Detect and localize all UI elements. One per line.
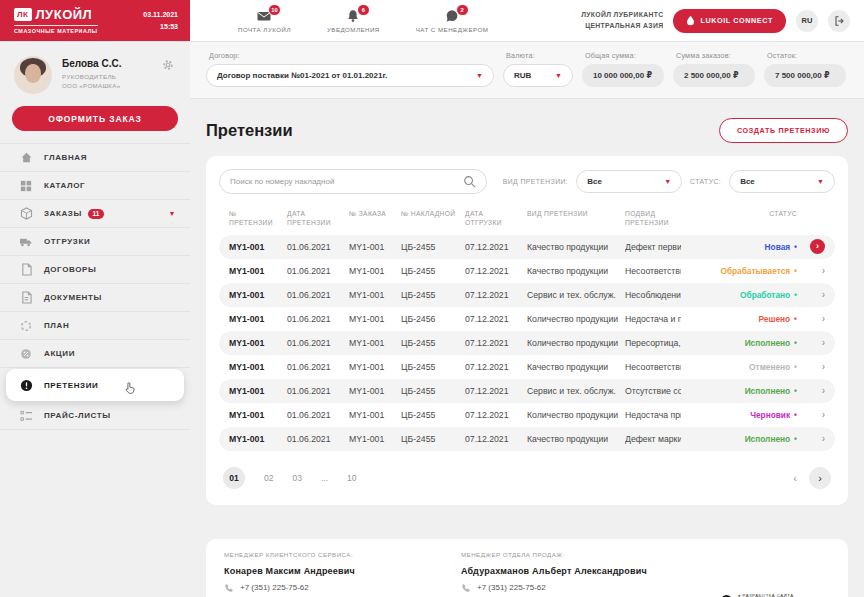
- logout-icon: [833, 15, 845, 27]
- page-button-3[interactable]: 03: [292, 473, 301, 483]
- page-button-1[interactable]: 01: [223, 467, 245, 489]
- brand-logo[interactable]: ЛК ЛУКОЙЛ СМАЗОЧНЫЕ МАТЕРИАЛЫ 03.11.2021…: [0, 0, 190, 41]
- table-row[interactable]: MY1-001 01.06.2021 MY1-001 ЦБ-2455 07.12…: [219, 283, 835, 307]
- sidebar-item-plan[interactable]: ПЛАН: [0, 312, 190, 340]
- table-row[interactable]: MY1-001 01.06.2021 MY1-001 ЦБ-2455 07.12…: [219, 331, 835, 355]
- developer-brand[interactable]: РАЗРАБОТКА САЙТА ЦИФРОВОЙ ЭЛЕМЕНТ: [721, 593, 830, 597]
- phone-icon: [461, 583, 471, 593]
- sidebar-item-catalog[interactable]: КАТАЛОГ: [0, 172, 190, 200]
- language-button[interactable]: RU: [796, 10, 818, 32]
- chevron-right-icon[interactable]: ›: [822, 434, 825, 444]
- cell-claim-type: Количество продукции: [527, 410, 619, 420]
- cell-order-number: MY1-001: [349, 434, 395, 444]
- currency-value: RUB: [514, 71, 531, 80]
- manager-sales-name: Абдурахманов Альберт Александрович: [461, 566, 830, 576]
- chevron-right-icon[interactable]: ›: [822, 410, 825, 420]
- currency-select[interactable]: RUB ▼: [503, 64, 573, 87]
- sidebar-item-orders[interactable]: ЗАКАЗЫ 11 ▼: [0, 200, 190, 228]
- claim-type-select[interactable]: Все ▼: [576, 170, 682, 193]
- chevron-right-icon[interactable]: ›: [822, 290, 825, 300]
- place-order-button[interactable]: ОФОРМИТЬ ЗАКАЗ: [12, 106, 178, 131]
- manager-sales-phone[interactable]: +7 (351) 225-75-62: [477, 583, 546, 592]
- contract-select[interactable]: Договор поставки №01-2021 от 01.01.2021г…: [206, 64, 494, 87]
- cell-invoice-number: ЦБ-2455: [401, 410, 459, 420]
- notifications-badge: 6: [357, 4, 370, 16]
- cell-claim-subtype: Несоответствие срока г...: [625, 362, 681, 372]
- chevron-right-icon[interactable]: ›: [822, 266, 825, 276]
- search-icon[interactable]: [463, 175, 476, 188]
- lukoil-logo: ЛК ЛУКОЙЛ СМАЗОЧНЫЕ МАТЕРИАЛЫ: [14, 7, 98, 34]
- user-company: ООО «РОМАШКА»: [62, 82, 121, 89]
- col-header: № ЗАКАЗА: [349, 209, 395, 218]
- create-claim-button[interactable]: СОЗДАТЬ ПРЕТЕНЗИЮ: [719, 118, 848, 143]
- settings-button[interactable]: [162, 57, 174, 75]
- sidebar-item-claims[interactable]: ПРЕТЕНЗИИ: [6, 369, 184, 401]
- cell-claim-subtype: Недостача при поставк...: [625, 410, 681, 420]
- status-badge: Решено•: [687, 314, 797, 324]
- chevron-right-icon[interactable]: ›: [822, 362, 825, 372]
- balance-group: Остаток: 7 500 000,00 ₽: [764, 51, 846, 98]
- table-row[interactable]: MY1-001 01.06.2021 MY1-001 ЦБ-2455 07.12…: [219, 235, 835, 259]
- search-input[interactable]: [230, 177, 463, 186]
- chevron-right-icon[interactable]: ›: [822, 386, 825, 396]
- claims-table: MY1-001 01.06.2021 MY1-001 ЦБ-2455 07.12…: [219, 235, 835, 451]
- cell-claim-number: MY1-001: [229, 362, 281, 372]
- cell-claim-date: 01.06.2021: [287, 266, 343, 276]
- nav-notifications-button[interactable]: 6 УВЕДОМЛЕНИЯ: [327, 9, 380, 33]
- manager-service-phone[interactable]: +7 (351) 225-75-62: [240, 583, 309, 592]
- mail-badge: 10: [268, 4, 281, 16]
- nav-chat-button[interactable]: 2 ЧАТ С МЕНЕДЖЕРОМ: [416, 9, 489, 33]
- status-filter-label: СТАТУС:: [690, 178, 721, 185]
- chevron-right-icon[interactable]: ›: [822, 338, 825, 348]
- company-line2: ЦЕНТРАЛЬНАЯ АЗИЯ: [581, 21, 663, 31]
- cell-ship-date: 07.12.2021: [465, 386, 521, 396]
- table-row[interactable]: MY1-001 01.06.2021 MY1-001 ЦБ-2455 07.12…: [219, 379, 835, 403]
- chat-badge: 2: [456, 4, 469, 16]
- cell-claim-number: MY1-001: [229, 266, 281, 276]
- sidebar-item-home[interactable]: ГЛАВНАЯ: [0, 144, 190, 172]
- cell-order-number: MY1-001: [349, 386, 395, 396]
- sidebar-item-contracts[interactable]: ДОГОВОРЫ: [0, 256, 190, 284]
- status-badge: Исполнено•: [687, 434, 797, 444]
- sidebar-item-label: АКЦИИ: [44, 349, 75, 358]
- currency-group: Валюта: RUB ▼: [503, 51, 573, 98]
- user-card: Белова С.С. РУКОВОДИТЕЛЬ ООО «РОМАШКА»: [0, 42, 190, 102]
- sidebar-menu: ГЛАВНАЯ КАТАЛОГ ЗАКАЗЫ 11 ▼ ОТГРУЗКИ ДОГ…: [0, 143, 190, 430]
- page-button-10[interactable]: 10: [347, 473, 356, 483]
- orders-sum-value: 2 500 000,00 ₽: [673, 64, 755, 87]
- status-select[interactable]: Все ▼: [729, 170, 835, 193]
- sidebar-item-shipments[interactable]: ОТГРУЗКИ: [0, 228, 190, 256]
- cell-claim-number: MY1-001: [229, 386, 281, 396]
- page-button-2[interactable]: 02: [264, 473, 273, 483]
- nav-mail-button[interactable]: 10 ПОЧТА ЛУКОЙЛ: [238, 9, 291, 33]
- cell-invoice-number: ЦБ-2455: [401, 290, 459, 300]
- cell-invoice-number: ЦБ-2455: [401, 266, 459, 276]
- cell-ship-date: 07.12.2021: [465, 314, 521, 324]
- chevron-down-icon[interactable]: ▼: [168, 210, 176, 217]
- chevron-down-icon: ▼: [476, 72, 483, 79]
- cell-claim-type: Количество продукции: [527, 314, 619, 324]
- table-row[interactable]: MY1-001 01.06.2021 MY1-001 ЦБ-2455 07.12…: [219, 355, 835, 379]
- sidebar-item-documents[interactable]: ДОКУМЕНТЫ: [0, 284, 190, 312]
- cell-claim-type: Качество продукции: [527, 242, 619, 252]
- cell-claim-number: MY1-001: [229, 290, 281, 300]
- open-claim-button[interactable]: ›: [810, 239, 825, 254]
- cell-ship-date: 07.12.2021: [465, 362, 521, 372]
- sidebar-item-pricelists[interactable]: ПРАЙС-ЛИСТЫ: [0, 402, 190, 430]
- sidebar-item-label: ДОКУМЕНТЫ: [44, 293, 102, 302]
- cell-order-number: MY1-001: [349, 314, 395, 324]
- logout-button[interactable]: [828, 10, 850, 32]
- total-group: Общая сумма: 10 000 000,00 ₽: [582, 51, 664, 98]
- prev-page-button[interactable]: ‹: [793, 472, 797, 484]
- table-row[interactable]: MY1-001 01.06.2021 MY1-001 ЦБ-2456 07.12…: [219, 307, 835, 331]
- sidebar-item-promos[interactable]: АКЦИИ: [0, 340, 190, 368]
- table-row[interactable]: MY1-001 01.06.2021 MY1-001 ЦБ-2455 07.12…: [219, 259, 835, 283]
- table-row[interactable]: MY1-001 01.06.2021 MY1-001 ЦБ-2455 07.12…: [219, 403, 835, 427]
- search-box: [219, 169, 487, 194]
- lukoil-connect-button[interactable]: LUKOIL CONNECT: [673, 9, 786, 33]
- user-role: РУКОВОДИТЕЛЬ: [62, 73, 121, 80]
- manager-service-label: МЕНЕДЖЕР КЛИЕНТСКОГО СЕРВИСА:: [224, 551, 461, 558]
- chevron-right-icon[interactable]: ›: [822, 314, 825, 324]
- table-row[interactable]: MY1-001 01.06.2021 MY1-001 ЦБ-2455 07.12…: [219, 427, 835, 451]
- next-page-button[interactable]: ›: [809, 467, 831, 489]
